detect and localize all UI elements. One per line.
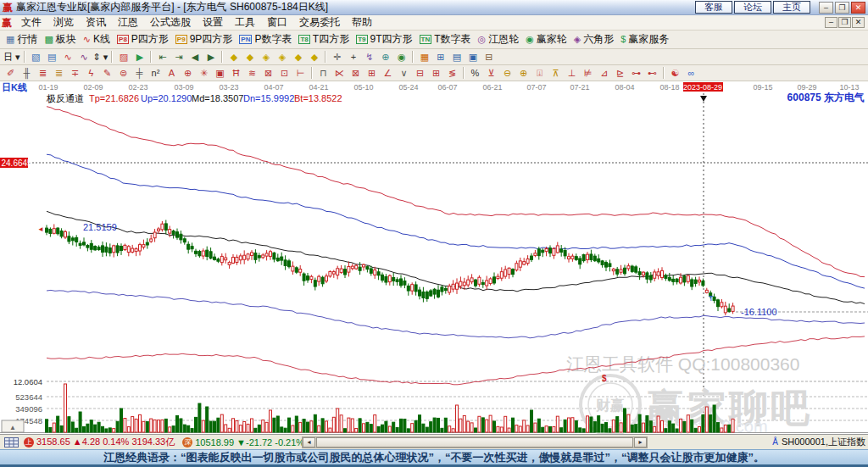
- tool-icon-4[interactable]: ∿: [61, 50, 75, 64]
- menu-item-2[interactable]: 资讯: [80, 15, 112, 30]
- service-button[interactable]: 客服: [695, 1, 732, 14]
- draw-icon-14[interactable]: Ħ: [229, 66, 243, 80]
- tool-icon-25[interactable]: ↯: [362, 50, 376, 64]
- draw-icon-4[interactable]: ∓: [68, 66, 82, 80]
- tool-icon-9[interactable]: ▶: [132, 50, 147, 64]
- menu-item-7[interactable]: 窗口: [261, 15, 293, 30]
- toolbar-button-江恩轮[interactable]: ◎江恩轮: [475, 32, 523, 47]
- tool-icon-31[interactable]: ▤: [449, 50, 464, 64]
- draw-icon-3[interactable]: ≣: [52, 66, 66, 80]
- draw-icon-13[interactable]: ▣: [213, 66, 227, 80]
- mdi-close-button[interactable]: ✕: [852, 17, 865, 28]
- tool-icon-20[interactable]: ◆: [291, 50, 305, 64]
- draw-icon-18[interactable]: ⊢: [293, 66, 308, 80]
- draw-icon-41[interactable]: ⊷: [645, 66, 659, 80]
- draw-icon-23[interactable]: ⊞: [364, 66, 379, 80]
- draw-icon-11[interactable]: ⊕: [181, 66, 195, 80]
- tool-icon-6[interactable]: ⇕ ▾: [93, 50, 108, 64]
- draw-icon-30[interactable]: %: [468, 66, 482, 80]
- draw-icon-24[interactable]: ∠: [381, 66, 395, 80]
- draw-icon-20[interactable]: ⊓: [316, 66, 331, 80]
- draw-icon-7[interactable]: ⊜: [116, 66, 131, 80]
- tool-icon-29[interactable]: ▦: [417, 50, 431, 64]
- tool-icon-13[interactable]: ◀: [187, 50, 202, 64]
- kline-chart[interactable]: 江恩工具软件 QQ:100800360 财赢 赢家聊吧 liaoba.yjcf3…: [0, 81, 868, 434]
- draw-icon-9[interactable]: n²: [148, 66, 163, 80]
- draw-icon-25[interactable]: ∨: [397, 66, 411, 80]
- draw-icon-22[interactable]: ⊠: [348, 66, 363, 80]
- draw-icon-37[interactable]: ⊭: [581, 66, 595, 80]
- scroll-thumb[interactable]: [316, 437, 633, 448]
- menu-item-0[interactable]: 文件: [15, 15, 47, 30]
- tool-icon-24[interactable]: +: [346, 50, 360, 64]
- sh-index-quote[interactable]: 3158.65 ▲4.28 0.14% 3194.33亿: [36, 436, 175, 448]
- tool-icon-11[interactable]: ⇤: [155, 50, 170, 64]
- minimize-button[interactable]: –: [819, 2, 833, 14]
- scroll-right-button[interactable]: ▸: [634, 437, 647, 448]
- menu-item-4[interactable]: 公式选股: [144, 15, 197, 30]
- menu-item-3[interactable]: 江恩: [112, 15, 144, 30]
- mdi-minimize-button[interactable]: –: [825, 17, 837, 28]
- mdi-restore-button[interactable]: ❐: [838, 17, 851, 28]
- draw-icon-36[interactable]: ⊥: [565, 66, 579, 80]
- draw-icon-17[interactable]: ⊡: [277, 66, 292, 80]
- toolbar-button-T数字表[interactable]: TNT数字表: [416, 32, 475, 47]
- tool-icon-27[interactable]: ◉: [394, 50, 409, 64]
- draw-icon-27[interactable]: ⊞: [429, 66, 443, 80]
- tool-icon-12[interactable]: ⇥: [171, 50, 186, 64]
- tool-icon-23[interactable]: ✛: [330, 50, 344, 64]
- draw-icon-16[interactable]: ⊠: [261, 66, 275, 80]
- expand-panel-button[interactable]: ▲: [2, 420, 24, 432]
- draw-icon-6[interactable]: ✎: [100, 66, 114, 80]
- draw-icon-2[interactable]: ≣: [36, 66, 50, 80]
- draw-icon-26[interactable]: ⊟: [413, 66, 427, 80]
- draw-icon-21[interactable]: ⋉: [332, 66, 347, 80]
- toolbar-button-9T四方形[interactable]: T99T四方形: [353, 32, 415, 47]
- toolbar-button-板块[interactable]: ▩板块: [41, 32, 79, 47]
- draw-icon-34[interactable]: ⍗: [532, 66, 547, 80]
- draw-icon-43[interactable]: ☯: [668, 66, 682, 80]
- homepage-button[interactable]: 主页: [773, 1, 810, 14]
- menu-item-8[interactable]: 交易委托: [293, 15, 346, 30]
- draw-icon-35[interactable]: ⊼: [548, 66, 563, 80]
- draw-icon-40[interactable]: ⊶: [629, 66, 643, 80]
- menu-item-5[interactable]: 设置: [197, 15, 229, 30]
- tool-icon-33[interactable]: ⊟: [481, 50, 496, 64]
- toolbar-button-9P四方形[interactable]: P99P四方形: [172, 32, 236, 47]
- draw-icon-31[interactable]: ⊻: [484, 66, 498, 80]
- tool-icon-18[interactable]: ◈: [259, 50, 273, 64]
- tool-icon-17[interactable]: ◆: [242, 50, 257, 64]
- tool-icon-3[interactable]: ▤: [45, 50, 59, 64]
- toolbar-button-P数字表[interactable]: PNP数字表: [236, 32, 295, 47]
- toolbar-button-T四方形[interactable]: T8T四方形: [295, 32, 353, 47]
- toolbar-button-K线[interactable]: ∿K线: [80, 32, 114, 47]
- scroll-left-button[interactable]: ◂: [303, 437, 315, 448]
- toolbar-button-P四方形[interactable]: P8P四方形: [114, 32, 172, 47]
- current-index-label[interactable]: SH000001,上证指数: [782, 436, 865, 448]
- tool-icon-30[interactable]: ⊞: [433, 50, 448, 64]
- tool-icon-5[interactable]: ∿: [77, 50, 92, 64]
- tool-icon-16[interactable]: ◆: [226, 50, 241, 64]
- draw-icon-44[interactable]: ∞: [684, 66, 698, 80]
- toolbar-button-赢家轮[interactable]: ◉赢家轮: [522, 32, 570, 47]
- draw-icon-12[interactable]: ✳: [197, 66, 211, 80]
- draw-icon-38[interactable]: ⊿: [597, 66, 611, 80]
- tool-icon-19[interactable]: ◈: [275, 50, 289, 64]
- menu-item-1[interactable]: 浏览: [47, 15, 80, 30]
- toolbar-button-赢家服务[interactable]: $赢家服务: [617, 32, 672, 47]
- tool-icon-14[interactable]: ▶: [203, 50, 218, 64]
- tool-icon-2[interactable]: ▧: [29, 50, 43, 64]
- tool-icon-21[interactable]: ◆: [307, 50, 321, 64]
- tool-icon-32[interactable]: ▣: [465, 50, 480, 64]
- draw-icon-1[interactable]: ╫: [19, 66, 34, 80]
- draw-icon-32[interactable]: ⊖: [500, 66, 515, 80]
- draw-icon-33[interactable]: ⊕: [516, 66, 531, 80]
- chart-area[interactable]: 江恩工具软件 QQ:100800360 财赢 赢家聊吧 liaoba.yjcf3…: [0, 81, 868, 434]
- toolbar-button-行情[interactable]: ▦行情: [3, 32, 41, 47]
- menu-item-6[interactable]: 工具: [229, 15, 261, 30]
- toolbar-button-六角形[interactable]: ◈六角形: [570, 32, 617, 47]
- market-grid-icon[interactable]: [4, 437, 19, 448]
- close-button[interactable]: ✕: [851, 2, 865, 14]
- draw-icon-5[interactable]: ϟ: [84, 66, 98, 80]
- menu-item-9[interactable]: 帮助: [346, 15, 378, 30]
